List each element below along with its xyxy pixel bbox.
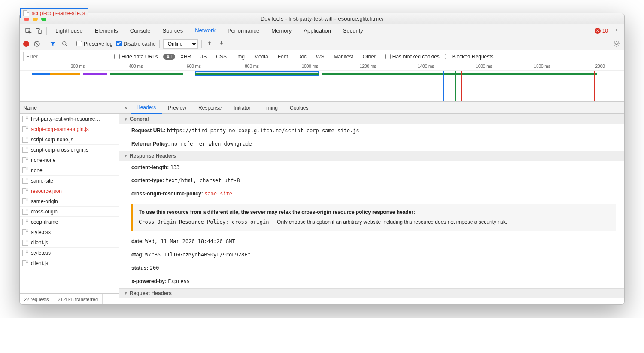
filter-type-media[interactable]: Media bbox=[254, 54, 268, 60]
request-row[interactable]: style.css bbox=[20, 227, 119, 237]
callout-code: Cross-Origin-Resource-Policy: cross-orig… bbox=[139, 219, 269, 225]
request-name: script-corp-same-origin.js bbox=[31, 126, 89, 132]
detail-tab-cookies[interactable]: Cookies bbox=[284, 102, 314, 114]
request-row[interactable]: same-site bbox=[20, 176, 119, 186]
request-row[interactable]: coop-iframe bbox=[20, 217, 119, 227]
resp-status: status: 200 bbox=[119, 262, 624, 275]
file-icon bbox=[22, 116, 28, 122]
titlebar: DevTools - first-party-test-with-resourc… bbox=[20, 13, 624, 24]
timeline-tick: 1200 ms bbox=[360, 64, 376, 69]
tab-lighthouse[interactable]: Lighthouse bbox=[49, 24, 89, 37]
status-requests: 22 requests bbox=[20, 294, 53, 304]
request-row[interactable]: cross-origin bbox=[20, 207, 119, 217]
detail-tab-response[interactable]: Response bbox=[192, 102, 228, 114]
has-blocked-cookies-checkbox[interactable]: Has blocked cookies bbox=[385, 54, 440, 60]
file-icon bbox=[22, 188, 28, 194]
file-icon bbox=[22, 250, 28, 256]
filter-type-manifest[interactable]: Manifest bbox=[334, 54, 353, 60]
filter-type-font[interactable]: Font bbox=[278, 54, 288, 60]
preserve-log-checkbox[interactable]: Preserve log bbox=[76, 41, 112, 47]
detail-tab-timing[interactable]: Timing bbox=[256, 102, 284, 114]
request-row[interactable]: client.js bbox=[20, 237, 119, 248]
section-general[interactable]: ▼General bbox=[119, 114, 624, 124]
svg-rect-2 bbox=[39, 30, 41, 34]
file-icon bbox=[22, 167, 28, 173]
timeline-tick: 400 ms bbox=[129, 64, 143, 69]
general-referrer-policy: Referrer Policy: no-referrer-when-downgr… bbox=[119, 137, 624, 151]
filter-type-xhr[interactable]: XHR bbox=[180, 54, 191, 60]
tab-performance[interactable]: Performance bbox=[222, 24, 265, 37]
tab-network[interactable]: Network bbox=[189, 24, 222, 37]
request-row[interactable]: none bbox=[20, 165, 119, 176]
disable-cache-checkbox[interactable]: Disable cache bbox=[116, 41, 155, 47]
tab-elements[interactable]: Elements bbox=[89, 24, 124, 37]
file-icon bbox=[22, 240, 28, 246]
blocked-requests-checkbox[interactable]: Blocked Requests bbox=[445, 54, 494, 60]
tab-memory[interactable]: Memory bbox=[265, 24, 298, 37]
close-icon[interactable]: × bbox=[121, 104, 131, 111]
detail-tab-headers[interactable]: Headers bbox=[131, 102, 162, 114]
detail-tab-preview[interactable]: Preview bbox=[162, 102, 192, 114]
clear-icon[interactable] bbox=[33, 40, 41, 48]
request-row[interactable]: script-corp-cross-origin.js bbox=[20, 145, 119, 155]
name-column-header[interactable]: Name bbox=[20, 102, 119, 114]
detail-tab-initiator[interactable]: Initiator bbox=[228, 102, 256, 114]
request-name: style.css bbox=[31, 250, 51, 256]
request-name: cross-origin bbox=[31, 209, 58, 215]
kebab-menu-icon[interactable]: ⋮ bbox=[612, 28, 621, 34]
hide-data-urls-checkbox[interactable]: Hide data URLs bbox=[114, 54, 158, 60]
filter-type-css[interactable]: CSS bbox=[216, 54, 227, 60]
filter-input[interactable] bbox=[23, 52, 109, 61]
tab-console[interactable]: Console bbox=[124, 24, 157, 37]
detail-panel: × HeadersPreviewResponseInitiatorTimingC… bbox=[119, 102, 624, 304]
request-row[interactable]: client.js bbox=[20, 258, 119, 268]
filter-icon[interactable] bbox=[49, 40, 57, 48]
upload-icon[interactable] bbox=[205, 40, 214, 48]
request-name: script-corp-cross-origin.js bbox=[31, 147, 88, 153]
file-icon bbox=[22, 198, 28, 204]
network-toolbar: Preserve log Disable cache Online bbox=[20, 37, 624, 50]
filter-type-all[interactable]: All bbox=[163, 54, 175, 60]
error-count-badge[interactable]: ✕ 10 bbox=[595, 28, 608, 34]
resp-content-length: content-length: 133 bbox=[119, 161, 624, 174]
timeline-tick: 600 ms bbox=[187, 64, 201, 69]
record-button[interactable] bbox=[23, 41, 29, 47]
file-icon bbox=[22, 157, 28, 163]
timeline-tick: 2000 bbox=[595, 64, 605, 69]
request-row[interactable]: style.css bbox=[20, 248, 119, 258]
download-icon[interactable] bbox=[217, 40, 226, 48]
detail-tabs: × HeadersPreviewResponseInitiatorTimingC… bbox=[119, 102, 624, 114]
section-request-headers[interactable]: ▼Request Headers bbox=[119, 288, 624, 298]
timeline-tick: 1400 ms bbox=[418, 64, 434, 69]
filter-type-ws[interactable]: WS bbox=[316, 54, 324, 60]
device-toggle-icon[interactable] bbox=[33, 26, 44, 36]
error-icon: ✕ bbox=[595, 28, 601, 34]
request-row[interactable]: script-corp-same-origin.js bbox=[20, 124, 119, 134]
filter-type-img[interactable]: Img bbox=[236, 54, 245, 60]
request-row[interactable]: resource.json bbox=[20, 186, 119, 196]
filter-type-other[interactable]: Other bbox=[363, 54, 376, 60]
file-icon bbox=[22, 147, 28, 153]
resp-etag: etag: W/"85-I1lI6GczMydbABS0yD/9roL928E" bbox=[119, 248, 624, 262]
inspect-icon[interactable] bbox=[23, 26, 33, 36]
status-transferred: 21.4 kB transferred bbox=[53, 294, 103, 304]
request-row[interactable]: first-party-test-with-resource… bbox=[20, 114, 119, 124]
request-row[interactable]: script-corp-none.js bbox=[20, 134, 119, 145]
request-name: same-origin bbox=[31, 198, 58, 204]
tab-security[interactable]: Security bbox=[337, 24, 369, 37]
filter-type-doc[interactable]: Doc bbox=[298, 54, 307, 60]
settings-icon[interactable] bbox=[612, 40, 621, 48]
request-name: style.css bbox=[31, 229, 51, 235]
request-row[interactable]: same-origin bbox=[20, 196, 119, 207]
throttling-select[interactable]: Online bbox=[163, 39, 198, 49]
timeline-tick: 1000 ms bbox=[302, 64, 318, 69]
request-row[interactable]: none-none bbox=[20, 155, 119, 165]
search-icon[interactable] bbox=[61, 40, 69, 48]
section-response-headers[interactable]: ▼Response Headers bbox=[119, 151, 624, 161]
request-name: none bbox=[31, 167, 43, 173]
network-timeline[interactable]: 200 ms400 ms600 ms800 ms1000 ms1200 ms14… bbox=[20, 63, 624, 102]
tab-sources[interactable]: Sources bbox=[157, 24, 189, 37]
file-icon bbox=[22, 178, 28, 184]
filter-type-js[interactable]: JS bbox=[200, 54, 207, 60]
tab-application[interactable]: Application bbox=[298, 24, 337, 37]
